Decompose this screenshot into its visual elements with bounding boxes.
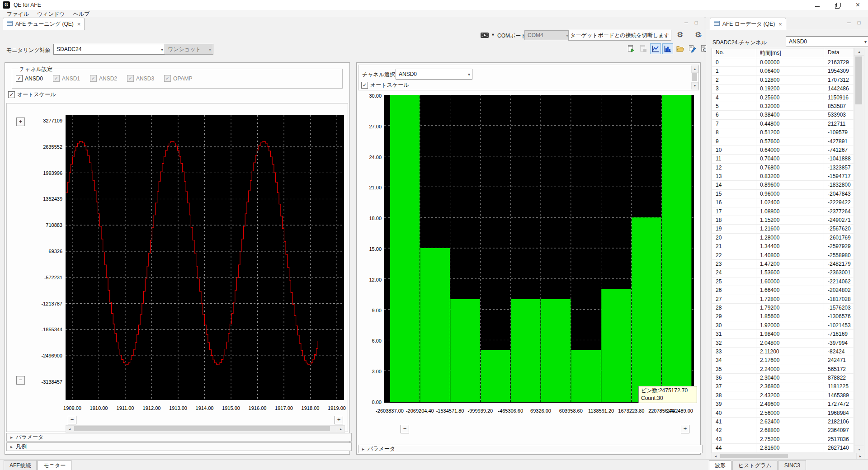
tab-close-icon[interactable]: ×	[77, 21, 81, 28]
table-row[interactable]: 281.79200-1576203	[712, 304, 854, 312]
waveform-legend-section[interactable]: ▸ 凡例	[6, 442, 352, 451]
table-row[interactable]: 110.70400-1041888	[712, 155, 854, 163]
restore-button[interactable]	[827, 0, 848, 10]
monitor-mode-combo[interactable]: ワンショット▾	[165, 44, 213, 55]
histogram-bar[interactable]	[601, 289, 631, 402]
table-row[interactable]: 442.816002627140	[712, 444, 854, 452]
menu-ファイル[interactable]: ファイル	[3, 10, 33, 17]
histogram-zoomin-button[interactable]: +	[681, 425, 689, 433]
table-row[interactable]: 181.15200-2490271	[712, 216, 854, 225]
table-row[interactable]: 70.44800212711	[712, 120, 854, 128]
table-row[interactable]: 30.192001442486	[712, 85, 854, 93]
waveform-parameters-section[interactable]: ▸ パラメータ	[6, 433, 352, 442]
histogram-bar[interactable]	[662, 95, 692, 402]
column-header-時間[ms][interactable]: 時間[ms]	[756, 48, 824, 58]
table-row[interactable]: 402.560001968984	[712, 409, 854, 418]
tab-afe-rawdata[interactable]: AFE ローデータ (QE) ×	[710, 18, 786, 30]
histogram-bar[interactable]	[541, 299, 571, 402]
tab-afe-tuning[interactable]: AFE チューニング (QE) ×	[3, 18, 85, 30]
waveform-hscrollbar[interactable]	[73, 425, 338, 433]
column-header-No.[interactable]: No.	[712, 48, 756, 58]
rawdata-tab-SINC3[interactable]: SINC3	[778, 460, 806, 470]
minimize-button[interactable]	[807, 0, 827, 10]
table-vscrollbar[interactable]	[854, 55, 864, 446]
scrollbar-thumb[interactable]	[692, 73, 697, 81]
table-row[interactable]: 140.89600-1832800	[712, 181, 854, 189]
table-row[interactable]: 231.47200-2482179	[712, 260, 854, 268]
table-row[interactable]: 271.72800-1817028	[712, 295, 854, 304]
table-row[interactable]: 342.17600242471	[712, 356, 854, 365]
scroll-down-icon[interactable]: ▾	[691, 82, 698, 89]
histogram-channel-combo[interactable]: ANSD0▾	[396, 69, 472, 80]
apply-settings-gear-icon[interactable]: ⚙✓	[695, 30, 701, 40]
maximize-view-icon[interactable]: □	[854, 19, 863, 27]
scrollbar-thumb[interactable]	[855, 56, 862, 104]
scroll-right-icon[interactable]: ▸	[337, 425, 345, 433]
disconnect-button[interactable]: ターゲットボードとの接続を切断します	[568, 30, 671, 41]
scrollbar-thumb[interactable]	[720, 454, 788, 458]
status-tab-AFE接続[interactable]: AFE接続	[4, 460, 37, 470]
scroll-up-icon[interactable]: ▴	[691, 66, 698, 73]
status-tab-モニター[interactable]: モニター	[38, 460, 71, 470]
column-header-Data[interactable]: Data	[824, 48, 854, 58]
channel-checkbox-ANSD0[interactable]: ✓ANSD0	[16, 75, 43, 82]
histogram-chart[interactable]: 30.0027.0024.0021.0018.0015.0012.009.006…	[362, 90, 698, 417]
table-row[interactable]: 251.60000-2214062	[712, 277, 854, 286]
histogram-bar[interactable]	[390, 95, 420, 402]
minimize-view-icon[interactable]: ─	[682, 19, 691, 27]
waveform-chart-icon[interactable]	[650, 43, 661, 54]
waveform-zoomin-y-button[interactable]: +	[16, 118, 25, 126]
start-monitor-icon[interactable]	[626, 43, 637, 54]
histogram-bar[interactable]	[420, 248, 450, 402]
table-row[interactable]: 100.64000-741267	[712, 146, 854, 155]
histogram-zoomout-button[interactable]: −	[401, 425, 409, 433]
table-row[interactable]: 362.30400878822	[712, 374, 854, 382]
table-row[interactable]: 392.496001727472	[712, 400, 854, 409]
waveform-chart[interactable]: 327710926355521993996135243971088369326-…	[6, 108, 346, 419]
table-row[interactable]: 191.21600-2567620	[712, 225, 854, 233]
table-row[interactable]: 412.624002182106	[712, 418, 854, 426]
minimize-view-icon[interactable]: ─	[844, 19, 854, 27]
table-row[interactable]: 211.34400-2597929	[712, 242, 854, 251]
table-row[interactable]: 352.24000565172	[712, 365, 854, 374]
table-row[interactable]: 40.256001150916	[712, 94, 854, 102]
histogram-chart-icon[interactable]	[662, 43, 673, 54]
table-row[interactable]: 291.85600-1306576	[712, 312, 854, 321]
table-row[interactable]: 20.128001707312	[712, 76, 854, 85]
table-row[interactable]: 221.40800-2558980	[712, 251, 854, 260]
table-row[interactable]: 241.53600-2363001	[712, 268, 854, 277]
table-row[interactable]: 332.11200-82424	[712, 348, 854, 356]
histogram-bar[interactable]	[632, 217, 661, 402]
table-row[interactable]: 00.000002163729	[712, 58, 854, 67]
waveform-zoomout-x-button[interactable]: −	[68, 416, 76, 424]
table-row[interactable]: 10.064001954309	[712, 67, 854, 75]
menu-ヘルプ[interactable]: ヘルプ	[69, 10, 94, 17]
rawdata-tab-ヒストグラム[interactable]: ヒストグラム	[732, 461, 778, 470]
histogram-autoscale-checkbox[interactable]: ✓ オートスケール	[361, 81, 409, 89]
com-port-combo[interactable]: COM4▾	[524, 30, 571, 40]
table-row[interactable]: 382.432001465389	[712, 391, 854, 400]
capture-dropdown-icon[interactable]: ▼	[491, 33, 495, 37]
table-row[interactable]: 322.04800-397994	[712, 339, 854, 348]
waveform-zoomout-y-button[interactable]: −	[16, 376, 25, 385]
table-row[interactable]: 261.66400-2024802	[712, 286, 854, 295]
histogram-bar[interactable]	[481, 350, 510, 402]
table-row[interactable]: 311.98400-716169	[712, 330, 854, 338]
maximize-view-icon[interactable]: □	[692, 19, 701, 27]
histogram-parameters-section[interactable]: ▸ パラメータ	[358, 445, 703, 453]
table-row[interactable]: 432.752002517836	[712, 435, 854, 444]
raw-channel-combo[interactable]: ANSD0▾	[786, 36, 868, 47]
open-folder-icon[interactable]	[675, 43, 685, 54]
menu-ウィンドウ[interactable]: ウィンドウ	[33, 10, 69, 17]
table-row[interactable]: 80.51200-109579	[712, 128, 854, 137]
waveform-zoomin-x-button[interactable]: +	[335, 416, 343, 424]
histogram-bar[interactable]	[571, 350, 601, 402]
scrollbar-thumb[interactable]	[74, 426, 330, 431]
table-row[interactable]: 60.38400533903	[712, 111, 854, 119]
table-row[interactable]: 301.92000-1021453	[712, 321, 854, 330]
table-row[interactable]: 201.28000-2601769	[712, 234, 854, 242]
table-row[interactable]: 372.368001181225	[712, 382, 854, 391]
close-button[interactable]: ×	[848, 0, 868, 10]
table-row[interactable]: 150.96000-2047843	[712, 190, 854, 198]
table-row[interactable]: 161.02400-2229422	[712, 198, 854, 207]
